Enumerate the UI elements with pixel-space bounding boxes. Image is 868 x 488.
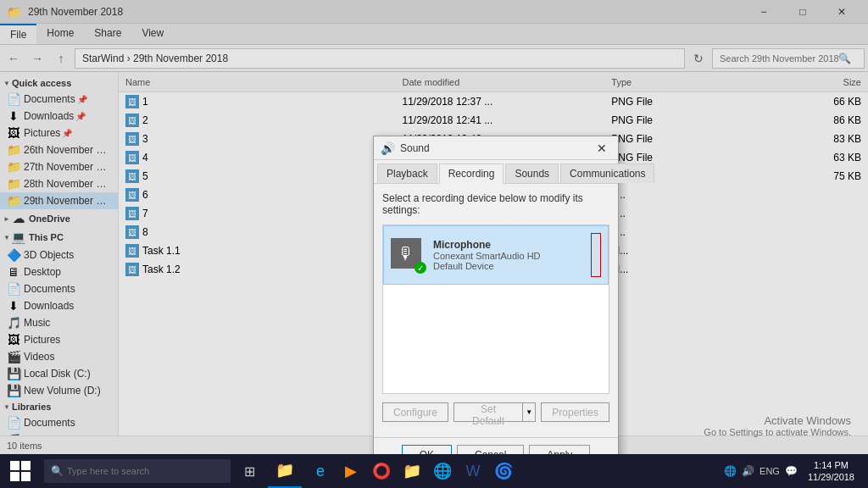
taskbar-search-box[interactable]: 🔍 — [44, 459, 231, 483]
device-name: Microphone — [433, 239, 591, 251]
device-description: Conexant SmartAudio HD — [433, 251, 591, 261]
clock-time: 1:14 PM — [808, 459, 854, 471]
windows-logo — [10, 461, 31, 481]
clock-date: 11/29/2018 — [808, 471, 854, 483]
sound-icon: 🔊 — [381, 141, 395, 155]
dialog-title-text: Sound — [400, 142, 593, 154]
taskbar-search-input[interactable] — [67, 466, 203, 476]
app-icon-2[interactable]: 🌀 — [492, 459, 515, 483]
network-icon[interactable]: 🌐 — [724, 465, 737, 477]
taskbar: 🔍 ⊞ 📁 e ▶ ⭕ 📁 🌐 W 🌀 🌐 🔊 ENG 💬 1:14 PM 11… — [0, 454, 868, 488]
explorer-icon: 📁 — [275, 461, 294, 480]
dialog-body: Select a recording device below to modif… — [374, 184, 618, 437]
tab-recording[interactable]: Recording — [439, 164, 504, 184]
vlc-icon[interactable]: ▶ — [339, 459, 363, 483]
taskbar-app-icons: ⊞ 📁 e ▶ ⭕ 📁 🌐 W 🌀 — [237, 454, 515, 488]
app-icon-1[interactable]: ⭕ — [370, 459, 393, 483]
files-icon[interactable]: 📁 — [400, 459, 424, 483]
dialog-title-bar: 🔊 Sound ✕ — [374, 136, 618, 160]
language-label[interactable]: ENG — [760, 466, 780, 476]
properties-button[interactable]: Properties — [541, 402, 609, 422]
configure-button[interactable]: Configure — [382, 402, 448, 422]
system-tray: 🌐 🔊 ENG 💬 1:14 PM 11/29/2018 — [724, 459, 868, 484]
device-item-microphone[interactable]: 🎙 ✓ Microphone Conexant SmartAudio HD De… — [383, 225, 609, 285]
edge-icon[interactable]: e — [309, 459, 332, 483]
device-icon-wrap: 🎙 ✓ — [391, 238, 425, 272]
notification-icon[interactable]: 💬 — [785, 465, 798, 477]
taskview-button[interactable]: ⊞ — [237, 459, 261, 483]
dialog-tabs: Playback Recording Sounds Communications — [374, 160, 618, 184]
taskbar-clock[interactable]: 1:14 PM 11/29/2018 — [801, 459, 861, 484]
volume-icon[interactable]: 🔊 — [742, 465, 754, 477]
systray-icons: 🌐 🔊 ENG 💬 — [724, 465, 798, 477]
search-icon: 🔍 — [51, 465, 64, 477]
dialog-bottom-buttons: Configure Set Default ▼ Properties — [382, 402, 609, 422]
device-list: 🎙 ✓ Microphone Conexant SmartAudio HD De… — [382, 225, 609, 394]
device-info: Microphone Conexant SmartAudio HD Defaul… — [433, 239, 591, 271]
default-check-icon: ✓ — [415, 262, 426, 274]
word-icon[interactable]: W — [461, 459, 485, 483]
dialog-instruction: Select a recording device below to modif… — [382, 192, 609, 216]
set-default-group: Set Default ▼ — [453, 402, 536, 422]
volume-meter — [591, 233, 601, 277]
explorer-taskbar-app[interactable]: 📁 — [268, 454, 302, 488]
dialog-close-button[interactable]: ✕ — [593, 139, 611, 158]
tab-playback[interactable]: Playback — [377, 164, 437, 183]
chrome-icon[interactable]: 🌐 — [431, 459, 454, 483]
sound-dialog: 🔊 Sound ✕ Playback Recording Sounds Comm… — [373, 136, 619, 472]
set-default-button[interactable]: Set Default — [453, 402, 523, 422]
tab-communications[interactable]: Communications — [560, 164, 654, 183]
dialog-overlay: 🔊 Sound ✕ Playback Recording Sounds Comm… — [0, 0, 868, 454]
tab-sounds[interactable]: Sounds — [505, 164, 559, 183]
device-status: Default Device — [433, 261, 591, 271]
set-default-dropdown[interactable]: ▼ — [523, 402, 536, 422]
start-button[interactable] — [0, 454, 41, 488]
